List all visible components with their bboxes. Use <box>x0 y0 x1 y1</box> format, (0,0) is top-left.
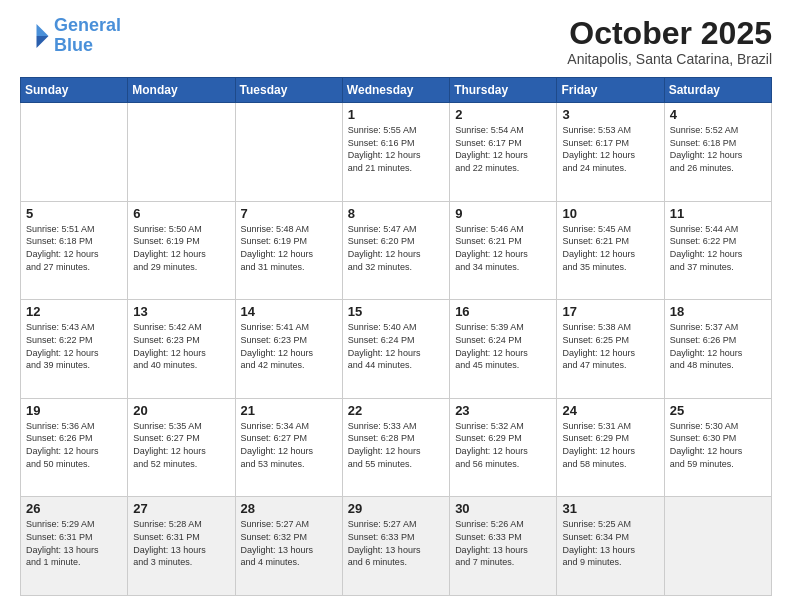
day-cell: 15Sunrise: 5:40 AM Sunset: 6:24 PM Dayli… <box>342 300 449 399</box>
day-number: 8 <box>348 206 444 221</box>
day-number: 5 <box>26 206 122 221</box>
day-cell: 27Sunrise: 5:28 AM Sunset: 6:31 PM Dayli… <box>128 497 235 596</box>
svg-marker-1 <box>37 36 49 48</box>
day-cell: 9Sunrise: 5:46 AM Sunset: 6:21 PM Daylig… <box>450 201 557 300</box>
day-cell: 16Sunrise: 5:39 AM Sunset: 6:24 PM Dayli… <box>450 300 557 399</box>
day-cell: 1Sunrise: 5:55 AM Sunset: 6:16 PM Daylig… <box>342 103 449 202</box>
day-info: Sunrise: 5:44 AM Sunset: 6:22 PM Dayligh… <box>670 223 766 273</box>
column-header-thursday: Thursday <box>450 78 557 103</box>
week-row-1: 1Sunrise: 5:55 AM Sunset: 6:16 PM Daylig… <box>21 103 772 202</box>
day-cell <box>664 497 771 596</box>
day-info: Sunrise: 5:42 AM Sunset: 6:23 PM Dayligh… <box>133 321 229 371</box>
day-number: 26 <box>26 501 122 516</box>
week-row-3: 12Sunrise: 5:43 AM Sunset: 6:22 PM Dayli… <box>21 300 772 399</box>
day-cell: 12Sunrise: 5:43 AM Sunset: 6:22 PM Dayli… <box>21 300 128 399</box>
day-number: 20 <box>133 403 229 418</box>
day-cell: 8Sunrise: 5:47 AM Sunset: 6:20 PM Daylig… <box>342 201 449 300</box>
day-info: Sunrise: 5:34 AM Sunset: 6:27 PM Dayligh… <box>241 420 337 470</box>
day-info: Sunrise: 5:33 AM Sunset: 6:28 PM Dayligh… <box>348 420 444 470</box>
column-header-tuesday: Tuesday <box>235 78 342 103</box>
day-info: Sunrise: 5:45 AM Sunset: 6:21 PM Dayligh… <box>562 223 658 273</box>
day-number: 30 <box>455 501 551 516</box>
day-cell: 13Sunrise: 5:42 AM Sunset: 6:23 PM Dayli… <box>128 300 235 399</box>
day-info: Sunrise: 5:38 AM Sunset: 6:25 PM Dayligh… <box>562 321 658 371</box>
day-number: 21 <box>241 403 337 418</box>
day-cell: 28Sunrise: 5:27 AM Sunset: 6:32 PM Dayli… <box>235 497 342 596</box>
day-number: 9 <box>455 206 551 221</box>
day-cell: 23Sunrise: 5:32 AM Sunset: 6:29 PM Dayli… <box>450 398 557 497</box>
day-number: 24 <box>562 403 658 418</box>
day-cell: 7Sunrise: 5:48 AM Sunset: 6:19 PM Daylig… <box>235 201 342 300</box>
day-info: Sunrise: 5:43 AM Sunset: 6:22 PM Dayligh… <box>26 321 122 371</box>
day-cell: 21Sunrise: 5:34 AM Sunset: 6:27 PM Dayli… <box>235 398 342 497</box>
day-info: Sunrise: 5:53 AM Sunset: 6:17 PM Dayligh… <box>562 124 658 174</box>
day-cell: 19Sunrise: 5:36 AM Sunset: 6:26 PM Dayli… <box>21 398 128 497</box>
day-info: Sunrise: 5:55 AM Sunset: 6:16 PM Dayligh… <box>348 124 444 174</box>
day-number: 1 <box>348 107 444 122</box>
logo-blue: Blue <box>54 35 93 55</box>
day-cell <box>21 103 128 202</box>
day-info: Sunrise: 5:39 AM Sunset: 6:24 PM Dayligh… <box>455 321 551 371</box>
page: General Blue October 2025 Anitapolis, Sa… <box>0 0 792 612</box>
day-cell: 22Sunrise: 5:33 AM Sunset: 6:28 PM Dayli… <box>342 398 449 497</box>
day-info: Sunrise: 5:48 AM Sunset: 6:19 PM Dayligh… <box>241 223 337 273</box>
header: General Blue October 2025 Anitapolis, Sa… <box>20 16 772 67</box>
calendar-header-row: SundayMondayTuesdayWednesdayThursdayFrid… <box>21 78 772 103</box>
day-cell: 20Sunrise: 5:35 AM Sunset: 6:27 PM Dayli… <box>128 398 235 497</box>
day-number: 11 <box>670 206 766 221</box>
day-info: Sunrise: 5:54 AM Sunset: 6:17 PM Dayligh… <box>455 124 551 174</box>
day-info: Sunrise: 5:50 AM Sunset: 6:19 PM Dayligh… <box>133 223 229 273</box>
day-cell: 26Sunrise: 5:29 AM Sunset: 6:31 PM Dayli… <box>21 497 128 596</box>
day-number: 7 <box>241 206 337 221</box>
day-info: Sunrise: 5:40 AM Sunset: 6:24 PM Dayligh… <box>348 321 444 371</box>
day-info: Sunrise: 5:35 AM Sunset: 6:27 PM Dayligh… <box>133 420 229 470</box>
logo-general: General <box>54 15 121 35</box>
day-number: 12 <box>26 304 122 319</box>
day-number: 4 <box>670 107 766 122</box>
day-info: Sunrise: 5:29 AM Sunset: 6:31 PM Dayligh… <box>26 518 122 568</box>
day-info: Sunrise: 5:46 AM Sunset: 6:21 PM Dayligh… <box>455 223 551 273</box>
day-cell: 2Sunrise: 5:54 AM Sunset: 6:17 PM Daylig… <box>450 103 557 202</box>
day-number: 13 <box>133 304 229 319</box>
day-number: 25 <box>670 403 766 418</box>
day-info: Sunrise: 5:52 AM Sunset: 6:18 PM Dayligh… <box>670 124 766 174</box>
day-cell <box>128 103 235 202</box>
day-info: Sunrise: 5:27 AM Sunset: 6:33 PM Dayligh… <box>348 518 444 568</box>
day-cell: 17Sunrise: 5:38 AM Sunset: 6:25 PM Dayli… <box>557 300 664 399</box>
day-info: Sunrise: 5:36 AM Sunset: 6:26 PM Dayligh… <box>26 420 122 470</box>
day-info: Sunrise: 5:26 AM Sunset: 6:33 PM Dayligh… <box>455 518 551 568</box>
day-cell: 18Sunrise: 5:37 AM Sunset: 6:26 PM Dayli… <box>664 300 771 399</box>
calendar-table: SundayMondayTuesdayWednesdayThursdayFrid… <box>20 77 772 596</box>
title-block: October 2025 Anitapolis, Santa Catarina,… <box>567 16 772 67</box>
day-cell: 5Sunrise: 5:51 AM Sunset: 6:18 PM Daylig… <box>21 201 128 300</box>
day-cell: 31Sunrise: 5:25 AM Sunset: 6:34 PM Dayli… <box>557 497 664 596</box>
day-number: 18 <box>670 304 766 319</box>
week-row-5: 26Sunrise: 5:29 AM Sunset: 6:31 PM Dayli… <box>21 497 772 596</box>
day-info: Sunrise: 5:28 AM Sunset: 6:31 PM Dayligh… <box>133 518 229 568</box>
day-number: 17 <box>562 304 658 319</box>
day-number: 27 <box>133 501 229 516</box>
day-cell <box>235 103 342 202</box>
logo-text: General Blue <box>54 16 121 56</box>
day-cell: 24Sunrise: 5:31 AM Sunset: 6:29 PM Dayli… <box>557 398 664 497</box>
day-number: 10 <box>562 206 658 221</box>
logo: General Blue <box>20 16 121 56</box>
day-cell: 10Sunrise: 5:45 AM Sunset: 6:21 PM Dayli… <box>557 201 664 300</box>
column-header-friday: Friday <box>557 78 664 103</box>
column-header-monday: Monday <box>128 78 235 103</box>
column-header-sunday: Sunday <box>21 78 128 103</box>
day-number: 23 <box>455 403 551 418</box>
week-row-4: 19Sunrise: 5:36 AM Sunset: 6:26 PM Dayli… <box>21 398 772 497</box>
day-number: 28 <box>241 501 337 516</box>
subtitle: Anitapolis, Santa Catarina, Brazil <box>567 51 772 67</box>
day-info: Sunrise: 5:51 AM Sunset: 6:18 PM Dayligh… <box>26 223 122 273</box>
day-info: Sunrise: 5:32 AM Sunset: 6:29 PM Dayligh… <box>455 420 551 470</box>
day-cell: 30Sunrise: 5:26 AM Sunset: 6:33 PM Dayli… <box>450 497 557 596</box>
column-header-saturday: Saturday <box>664 78 771 103</box>
day-number: 16 <box>455 304 551 319</box>
week-row-2: 5Sunrise: 5:51 AM Sunset: 6:18 PM Daylig… <box>21 201 772 300</box>
day-info: Sunrise: 5:47 AM Sunset: 6:20 PM Dayligh… <box>348 223 444 273</box>
day-info: Sunrise: 5:37 AM Sunset: 6:26 PM Dayligh… <box>670 321 766 371</box>
day-cell: 6Sunrise: 5:50 AM Sunset: 6:19 PM Daylig… <box>128 201 235 300</box>
day-number: 29 <box>348 501 444 516</box>
